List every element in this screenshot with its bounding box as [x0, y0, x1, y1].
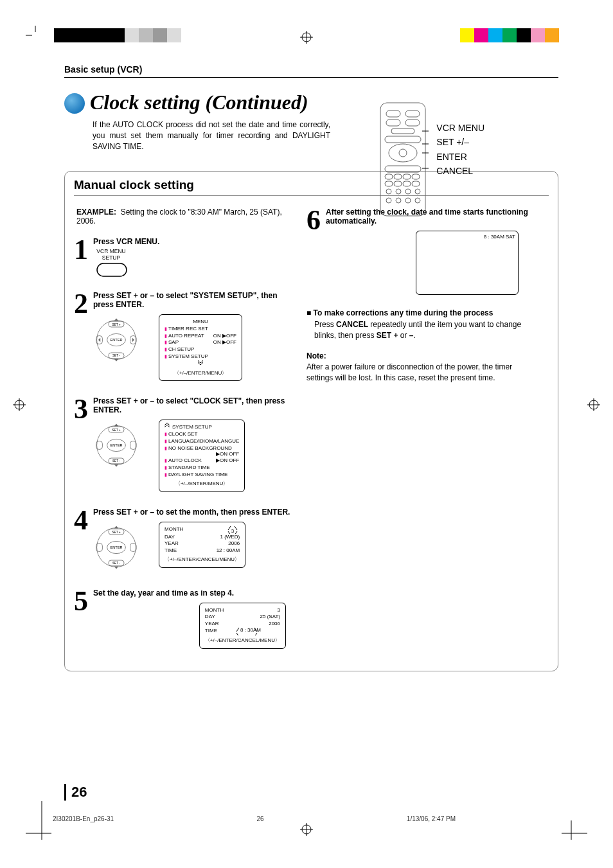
svg-text:SET +: SET +: [112, 530, 121, 533]
registration-mark-top: [300, 31, 313, 44]
remote-label-set: SET +/–: [436, 135, 484, 149]
svg-marker-61: [132, 338, 134, 342]
registration-mark-right: [587, 398, 600, 414]
svg-text:ENTER: ENTER: [111, 338, 123, 342]
step2-osd: MENU TIMER REC SET AUTO REPEATON ▶OFF SA…: [159, 314, 242, 381]
footer-metadata: 2I30201B-En_p26-31 26 1/13/06, 2:47 PM: [53, 815, 558, 822]
svg-text:SET +: SET +: [112, 429, 121, 432]
step3-title: Press SET + or – to select "CLOCK SET", …: [93, 396, 285, 414]
registration-mark-bottom: [300, 823, 313, 836]
step2-title: Press SET + or – to select "SYSTEM SETUP…: [93, 291, 277, 309]
svg-rect-27: [385, 166, 421, 172]
svg-line-91: [236, 633, 239, 635]
color-registration-left: [54, 28, 181, 42]
step1-title: Press VCR MENU.: [93, 237, 159, 246]
step5-osd: MONTH3 DAY25 (SAT) YEAR2006 TIME 8 : 30A…: [199, 603, 286, 649]
dpad-icon: ENTER SET + SET -: [93, 522, 139, 573]
registration-mark-left: [13, 398, 26, 414]
section-header: Basic setup (VCR): [64, 64, 558, 78]
svg-rect-33: [394, 181, 402, 186]
remote-diagram: VCR MENU SET +/– ENTER CANCEL: [377, 102, 484, 217]
svg-rect-32: [385, 181, 393, 186]
step3-osd: SYSTEM SETUP CLOCK SET LANGUAGE/IDIOMA/L…: [159, 420, 245, 492]
svg-point-42: [405, 198, 411, 203]
step-number-5: 5: [74, 589, 93, 614]
svg-rect-35: [412, 181, 420, 186]
step-number-4: 4: [74, 508, 93, 533]
svg-marker-78: [114, 526, 118, 528]
svg-rect-31: [412, 174, 420, 179]
svg-line-85: [235, 526, 237, 530]
step-number-6: 6: [306, 208, 326, 233]
svg-line-89: [236, 628, 239, 632]
svg-rect-21: [386, 120, 400, 126]
svg-marker-57: [114, 359, 118, 362]
step-number-2: 2: [74, 291, 93, 317]
svg-text:ENTER: ENTER: [111, 545, 123, 549]
svg-line-84: [228, 526, 231, 530]
svg-text:ENTER: ENTER: [111, 444, 123, 448]
svg-rect-20: [405, 111, 420, 117]
step5-title: Set the day, year and time as in step 4.: [93, 589, 234, 598]
step-number-1: 1: [74, 237, 93, 263]
svg-text:SET -: SET -: [112, 460, 121, 463]
remote-label-vcr-menu: VCR MENU: [436, 121, 484, 135]
color-registration-right: [460, 28, 559, 42]
tv-screen-time: 8 : 30AM SAT: [416, 231, 519, 295]
step4-osd: MONTH 3 DAY1 (WED) YEAR2006 TIME12 : 00A…: [159, 522, 245, 568]
svg-rect-22: [405, 120, 420, 126]
svg-point-26: [399, 149, 407, 157]
dpad-icon: ENTER SET + SET -: [93, 420, 139, 471]
svg-rect-23: [391, 128, 414, 134]
note-text: After a power failure or disconnection o…: [306, 362, 531, 384]
dpad-icon: ENTER SET + SET -: [93, 314, 139, 366]
remote-label-enter: ENTER: [436, 150, 484, 164]
svg-text:SET -: SET -: [112, 562, 121, 565]
svg-text:SET -: SET -: [112, 354, 121, 357]
vcrmenu-button-icon: [96, 262, 128, 278]
svg-text:3: 3: [231, 528, 235, 534]
note-label: Note:: [306, 351, 531, 362]
svg-point-38: [405, 189, 411, 194]
svg-point-40: [386, 198, 391, 203]
svg-rect-34: [403, 181, 411, 186]
svg-rect-48: [97, 263, 127, 276]
crop-mark: [562, 801, 587, 842]
svg-rect-30: [403, 174, 411, 179]
svg-marker-59: [98, 338, 100, 342]
svg-rect-19: [386, 111, 400, 117]
svg-line-92: [254, 633, 257, 635]
vcrmenu-button-label: VCR MENUSETUP: [93, 249, 129, 261]
crop-mark: [26, 801, 51, 842]
svg-marker-70: [114, 465, 118, 467]
remote-label-cancel: CANCEL: [436, 164, 484, 178]
svg-point-36: [386, 189, 391, 194]
svg-rect-29: [394, 174, 402, 179]
svg-marker-54: [114, 318, 118, 321]
corrections-paragraph: To make corrections any time during the …: [306, 308, 531, 384]
svg-point-25: [389, 144, 417, 162]
page-title: Clock setting (Continued): [90, 91, 308, 114]
svg-rect-18: [380, 103, 425, 216]
svg-text:SET +: SET +: [112, 323, 121, 326]
svg-point-43: [415, 198, 420, 203]
svg-rect-28: [385, 174, 393, 179]
svg-marker-81: [114, 566, 118, 569]
svg-point-41: [396, 198, 401, 203]
intro-paragraph: If the AUTO CLOCK process did not set th…: [93, 120, 330, 152]
svg-point-39: [415, 189, 420, 194]
page-number: 26: [64, 784, 87, 801]
svg-rect-24: [385, 136, 421, 143]
title-bullet-icon: [64, 93, 85, 114]
crop-mark: [26, 26, 45, 48]
manual-clock-section: Manual clock setting EXAMPLE: Setting th…: [64, 171, 558, 671]
svg-point-37: [396, 189, 401, 194]
svg-marker-67: [114, 424, 118, 427]
step-number-3: 3: [74, 396, 93, 422]
step4-title: Press SET + or – to set the month, then …: [93, 508, 290, 517]
example-line: EXAMPLE: Setting the clock to "8:30 AM" …: [76, 208, 299, 226]
